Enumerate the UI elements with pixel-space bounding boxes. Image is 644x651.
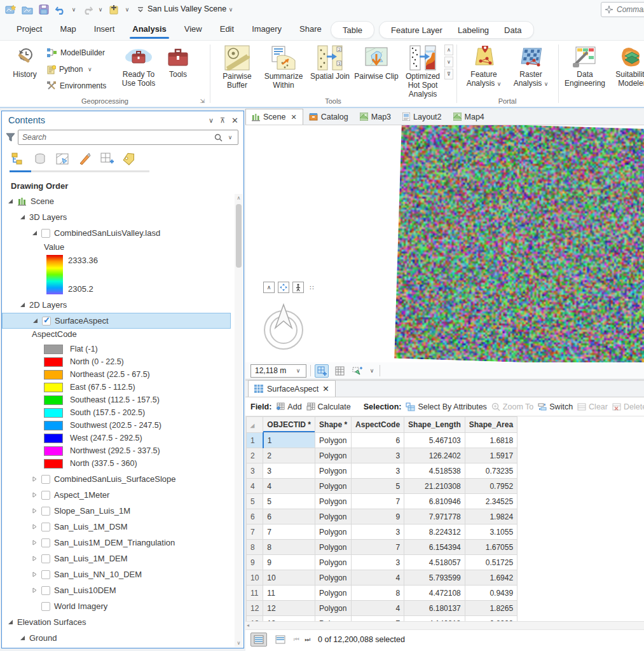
cell[interactable]: 13 [263,616,315,622]
layer-item-slope-san-luis-1m[interactable]: Slope_San_Luis_1M [2,503,231,519]
table-row[interactable]: 66Polygon97.9717781.9824 [247,509,517,524]
expander-open-icon[interactable] [7,619,13,625]
scrollbar-thumb[interactable] [236,204,242,268]
cell[interactable]: 6.180137 [404,601,465,616]
cell[interactable]: 5.467103 [404,433,465,448]
cell[interactable]: 4 [263,479,315,494]
tools-button[interactable]: Tools [161,45,195,79]
tab-table[interactable]: Table [335,25,370,35]
ribbon-tab-project[interactable]: Project [8,19,51,40]
list-by-snapping-tab[interactable] [99,151,115,167]
table-row[interactable]: 22Polygon3126.24021.5917 [247,448,517,463]
save-project-button[interactable] [37,3,51,17]
ribbon-tab-imagery[interactable]: Imagery [243,19,291,40]
cell[interactable]: Polygon [315,555,352,570]
walk-mode-icon[interactable] [292,282,304,293]
row-number-cell[interactable]: 8 [247,540,263,555]
tool-spatial-join[interactable]: 23Spatial Join [307,43,353,81]
table-tab-surfaceaspect[interactable]: SurfaceAspect ✕ [248,380,336,397]
expander-closed-icon[interactable] [31,492,38,498]
row-number-cell[interactable]: 11 [247,586,263,601]
layer-item-san-luis-1m-dsm[interactable]: San_Luis_1M_DSM [2,519,231,535]
ribbon-tab-view[interactable]: View [175,19,211,40]
column-header-shape[interactable]: Shape * [315,417,352,433]
tool-pairwise-clip[interactable]: Pairwise Clip [353,43,399,81]
row-number-cell[interactable]: 3 [247,463,263,479]
list-by-labeling-tab[interactable] [121,151,137,167]
layer-checkbox[interactable] [41,570,50,579]
close-tab-icon[interactable]: ✕ [291,113,296,121]
expander-closed-icon[interactable] [31,524,38,530]
row-number-cell[interactable]: 4 [247,479,263,494]
view-tab-catalog[interactable]: Catalog [303,109,354,125]
table-row[interactable]: 44Polygon521.2103080.7952 [247,479,517,494]
cell[interactable]: 6 [352,433,404,448]
show-all-records-button[interactable] [250,633,267,647]
pane-close-icon[interactable]: ✕ [231,116,238,125]
cell[interactable]: 4.518057 [404,555,465,570]
suitability-modeler-button[interactable]: Suitability Modeler [613,45,644,88]
column-header-shape-length[interactable]: Shape_Length [404,417,465,433]
table-row[interactable]: 1111Polygon84.4721080.9439 [247,586,517,601]
cell[interactable]: 7 [352,616,404,622]
new-view-icon[interactable] [315,364,329,378]
table-row[interactable]: 55Polygon76.8109462.34525 [247,494,517,509]
cell[interactable]: 126.2402 [404,448,465,463]
grid-icon[interactable] [332,364,346,378]
tool-summarize-within[interactable]: Summarize Within [261,43,306,90]
expander-open-icon[interactable] [32,318,38,324]
layer-checkbox[interactable] [41,475,50,484]
layer-item-elevation-surfaces[interactable]: Elevation Surfaces [2,614,231,630]
customize-quick-access-button[interactable] [134,3,147,17]
cell[interactable]: 1.6942 [465,570,517,586]
cell[interactable]: 7.971778 [404,509,465,524]
cell[interactable]: Polygon [315,479,352,494]
feature-analysis-button[interactable]: Feature Analysis ∨ [464,45,504,88]
show-selected-records-button[interactable] [272,633,289,647]
pane-pin-icon[interactable]: ⊼ [220,116,225,125]
layer-item-2d-layers[interactable]: 2D Layers [2,297,231,313]
expander-closed-icon[interactable] [31,540,38,545]
row-number-cell[interactable]: 2 [247,448,263,463]
view-tab-map3[interactable]: Map3 [354,109,397,125]
ribbon-tab-share[interactable]: Share [291,19,331,40]
redo-dropdown-chevron[interactable]: ∨ [97,6,104,13]
expander-closed-icon[interactable] [31,556,38,561]
cell[interactable]: 3 [352,524,404,540]
cell[interactable]: 4 [352,601,404,616]
pane-menu-chevron-icon[interactable]: ∨ [209,116,214,125]
switch-selection-button[interactable]: Switch [538,402,573,411]
table-tab-close-icon[interactable]: ✕ [322,384,329,394]
table-row[interactable]: 99Polygon34.5180570.51725 [247,555,517,570]
cell[interactable]: 9 [352,509,404,524]
layer-checkbox[interactable] [41,229,50,238]
cell[interactable]: Polygon [315,433,352,448]
row-number-cell[interactable]: 12 [247,601,263,616]
layer-checkbox[interactable] [41,507,50,516]
table-row[interactable]: 1212Polygon46.1801371.8265 [247,601,517,616]
add-data-button[interactable] [107,3,121,17]
cell[interactable]: 21.210308 [404,479,465,494]
attribute-grid[interactable]: ◢OBJECTID *Shape *AspectCodeShape_Length… [245,416,644,621]
cell[interactable]: 4.146818 [404,616,465,622]
list-by-selection-tab[interactable] [54,151,71,167]
cell[interactable]: Polygon [315,524,352,540]
ribbon-tab-data[interactable]: Data [497,25,529,35]
filter-icon[interactable] [6,133,15,142]
history-button[interactable]: History [6,45,43,79]
cell[interactable]: 1.67055 [465,540,517,555]
cell[interactable]: 1.5917 [465,448,517,463]
cell[interactable]: 5 [263,494,315,509]
search-options-chevron[interactable]: ∨ [226,134,234,140]
add-data-dropdown-chevron[interactable]: ∨ [123,6,131,13]
cell[interactable]: Polygon [315,448,352,463]
column-header-aspectcode[interactable]: AspectCode [352,417,404,433]
layer-item-san-luis-nn-10-dem[interactable]: San_Luis_NN_10_DEM [2,566,231,582]
table-row[interactable]: 77Polygon38.2243123.1055 [247,524,517,540]
scroll-left-icon[interactable]: ◂ [247,622,249,628]
expander-open-icon[interactable] [31,230,38,236]
tool-optimized-hot-spot-analysis[interactable]: Optimized Hot Spot Analysis [400,43,446,99]
cell[interactable]: Polygon [315,463,352,479]
layer-item-worldelevation3d-terrain3d[interactable]: WorldElevation3D/Terrain3D [2,646,231,648]
row-number-cell[interactable]: 10 [247,570,263,586]
